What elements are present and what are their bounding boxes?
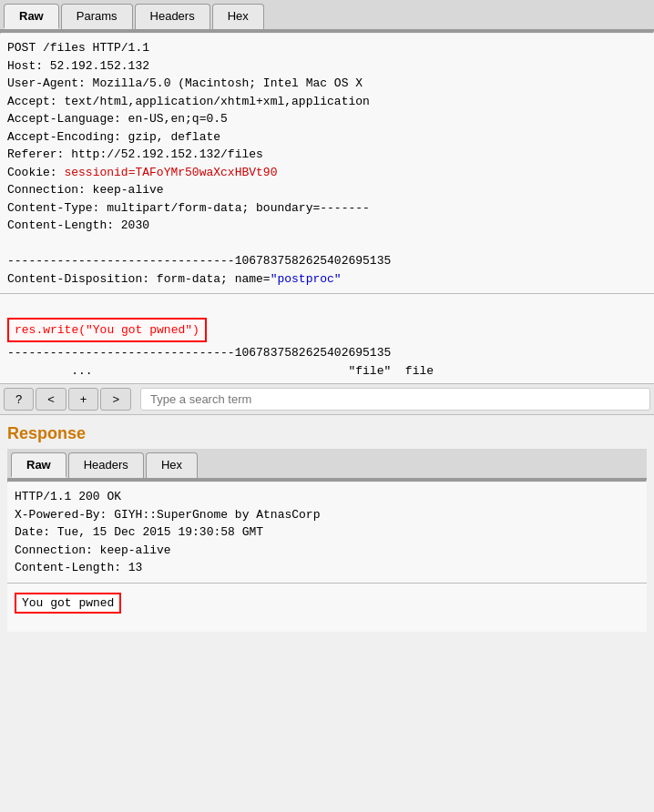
plus-button[interactable]: + xyxy=(68,388,99,411)
request-section: Raw Params Headers Hex POST /files HTTP/… xyxy=(0,0,654,383)
tab-hex-response[interactable]: Hex xyxy=(146,452,198,478)
tab-raw-response[interactable]: Raw xyxy=(11,452,66,478)
request-tab-bar: Raw Params Headers Hex xyxy=(0,0,654,31)
response-highlighted: You got pwned xyxy=(15,593,121,614)
tab-headers-response[interactable]: Headers xyxy=(68,452,144,478)
tab-hex-request[interactable]: Hex xyxy=(212,4,264,29)
truncated-line: ... "file" file xyxy=(7,364,434,378)
highlighted-code: res.write("You got pwned") xyxy=(7,318,207,343)
search-input[interactable] xyxy=(140,388,650,411)
content-disposition: Content-Disposition: form-data; name= xyxy=(7,272,271,286)
forward-button[interactable]: > xyxy=(100,388,131,411)
tab-raw-request[interactable]: Raw xyxy=(4,4,59,29)
response-body: You got pwned xyxy=(7,584,647,632)
postproc-label: "postproc" xyxy=(271,272,342,286)
session-id: sessionid=TAFoYMr50waXcxHBVt90 xyxy=(64,166,277,179)
toolbar: ? < + > xyxy=(0,383,654,415)
request-body: res.write("You got pwned") -------------… xyxy=(0,294,654,383)
request-headers: POST /files HTTP/1.1 Host: 52.192.152.13… xyxy=(0,34,654,294)
tab-params-request[interactable]: Params xyxy=(61,4,133,29)
request-headers-text2: Connection: keep-alive Content-Type: mul… xyxy=(7,183,370,232)
response-content: HTTP/1.1 200 OK X-Powered-By: GIYH::Supe… xyxy=(7,482,647,584)
response-label: Response xyxy=(7,424,647,443)
response-headers-text: HTTP/1.1 200 OK X-Powered-By: GIYH::Supe… xyxy=(15,490,320,574)
request-headers-text: POST /files HTTP/1.1 Host: 52.192.152.13… xyxy=(7,41,370,179)
boundary-line1: --------------------------------10678375… xyxy=(7,254,391,268)
response-section: Response Raw Headers Hex HTTP/1.1 200 OK… xyxy=(0,415,654,632)
boundary-line2: --------------------------------10678375… xyxy=(7,346,391,360)
back-button[interactable]: < xyxy=(36,388,66,411)
question-button[interactable]: ? xyxy=(4,388,34,411)
response-tab-bar: Raw Headers Hex xyxy=(7,449,647,480)
tab-headers-request[interactable]: Headers xyxy=(135,4,210,29)
